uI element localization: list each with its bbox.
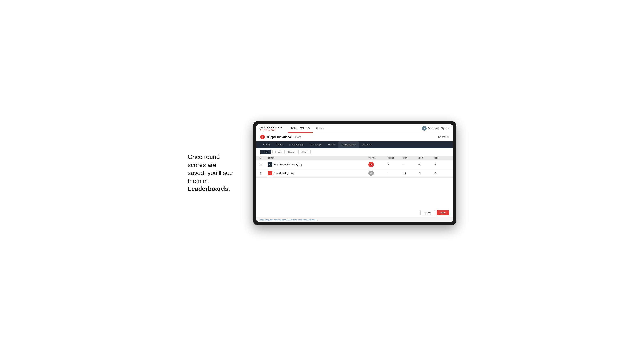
close-icon: ✕ — [447, 136, 449, 139]
team-name: Scoreboard University [A] — [274, 163, 302, 166]
col-total: TOTAL — [368, 157, 388, 159]
team-logo: SU — [268, 163, 272, 167]
col-rd2: RD2 — [418, 157, 434, 159]
tab-details[interactable]: Details — [260, 141, 274, 148]
content-spacer — [256, 177, 453, 208]
filter-bar: Teams Players Scores Strokes — [256, 148, 453, 156]
team-name: Clippd College [A] — [274, 172, 294, 174]
footer-url: https://stage-blue-coach.stagescoreboard… — [260, 219, 317, 221]
header-right: S Test User | Sign out — [422, 126, 449, 131]
col-rank: # — [260, 157, 268, 159]
filter-scores-button[interactable]: Scores — [286, 150, 297, 154]
thru-cell: F — [388, 163, 403, 166]
table-row[interactable]: 2 C Clippd College [A] +3 F +8 -8 +3 — [256, 169, 453, 177]
table-header: # TEAM TOTAL THRU RD1 RD2 RD3 — [256, 156, 453, 160]
rank-cell: 1 — [260, 163, 268, 166]
main-nav: TOURNAMENTS TEAMS — [288, 124, 422, 133]
app-header: SCOREBOARD Powered by clippd TOURNAMENTS… — [256, 124, 453, 133]
tablet-device: SCOREBOARD Powered by clippd TOURNAMENTS… — [253, 121, 456, 225]
col-rd3: RD3 — [434, 157, 449, 159]
leaderboard-table: # TEAM TOTAL THRU RD1 RD2 RD3 1 SU Score… — [256, 156, 453, 177]
col-thru: THRU — [388, 157, 403, 159]
tab-results[interactable]: Results — [324, 141, 338, 148]
save-button[interactable]: Save — [437, 210, 449, 215]
brand-title: SCOREBOARD — [260, 126, 282, 129]
left-line4: them in — [188, 177, 208, 184]
score-badge-red: -5 — [368, 162, 374, 167]
tab-leaderboards[interactable]: Leaderboards — [338, 141, 359, 148]
tab-tee-groups[interactable]: Tee Groups — [306, 141, 324, 148]
cancel-button[interactable]: Cancel — [420, 210, 435, 215]
left-line3: saved, you'll see — [188, 169, 233, 176]
total-cell: +3 — [368, 171, 388, 176]
tablet-screen: SCOREBOARD Powered by clippd TOURNAMENTS… — [256, 124, 453, 222]
brand-sub: Powered by clippd — [260, 129, 282, 131]
col-team: TEAM — [268, 157, 368, 159]
sub-nav: Details Teams Course Setup Tee Groups Re… — [256, 141, 453, 148]
rd1-cell: -4 — [403, 163, 418, 166]
tab-teams[interactable]: Teams — [274, 141, 286, 148]
table-row[interactable]: 1 SU Scoreboard University [A] -5 F -4 +… — [256, 160, 453, 169]
left-line5-bold: Leaderboards — [188, 185, 228, 192]
thru-cell: F — [388, 172, 403, 174]
rd1-cell: +8 — [403, 172, 418, 174]
rd2-cell: +5 — [418, 163, 434, 166]
sign-out-button[interactable]: Sign out — [440, 127, 449, 130]
nav-teams[interactable]: TEAMS — [313, 124, 327, 133]
left-line5-end: . — [228, 185, 230, 192]
col-rd1: RD1 — [403, 157, 418, 159]
user-avatar: S — [422, 126, 426, 131]
left-line2: scores are — [188, 162, 216, 169]
team-cell: C Clippd College [A] — [268, 171, 368, 175]
tournament-cancel-button[interactable]: Cancel ✕ — [438, 136, 449, 139]
tournament-name: Clippd Invitational — [267, 135, 292, 139]
rank-cell: 2 — [260, 172, 268, 174]
rd3-cell: -6 — [434, 163, 449, 166]
rd2-cell: -8 — [418, 172, 434, 174]
nav-tournaments[interactable]: TOURNAMENTS — [288, 124, 313, 133]
app-footer: Cancel Save — [256, 208, 453, 217]
tab-course-setup[interactable]: Course Setup — [286, 141, 306, 148]
total-cell: -5 — [368, 162, 388, 167]
team-cell: SU Scoreboard University [A] — [268, 163, 368, 167]
tournament-icon: C — [260, 135, 265, 139]
filter-teams-button[interactable]: Teams — [260, 150, 271, 154]
tournament-header: C Clippd Invitational (Men) Cancel ✕ — [256, 133, 453, 141]
filter-players-button[interactable]: Players — [272, 150, 284, 154]
user-name: Test User | — [428, 127, 439, 130]
left-line1: Once round — [188, 154, 220, 160]
tab-printables[interactable]: Printables — [359, 141, 375, 148]
tournament-title-area: C Clippd Invitational (Men) — [260, 135, 301, 139]
tournament-gender: (Men) — [294, 136, 301, 138]
filter-strokes-button[interactable]: Strokes — [298, 150, 310, 154]
left-description: Once round scores are saved, you'll see … — [188, 153, 242, 193]
brand: SCOREBOARD Powered by clippd — [260, 126, 282, 131]
score-badge-gray: +3 — [368, 171, 374, 176]
rd3-cell: +3 — [434, 172, 449, 174]
team-logo: C — [268, 171, 272, 175]
